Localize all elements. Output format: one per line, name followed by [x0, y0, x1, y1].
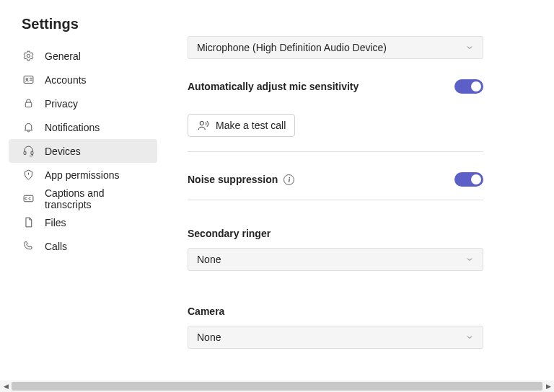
settings-nav: General Accounts Privacy: [9, 44, 157, 258]
camera-dropdown[interactable]: None: [188, 326, 483, 349]
sidebar-item-accounts[interactable]: Accounts: [9, 68, 157, 92]
auto-mic-sensitivity-row: Automatically adjust mic sensitivity: [188, 79, 483, 94]
scroll-left-arrow[interactable]: ◀: [0, 380, 12, 392]
settings-sidebar: Settings General Accounts: [0, 0, 166, 392]
file-icon: [22, 216, 35, 229]
scroll-right-arrow[interactable]: ▶: [542, 380, 554, 392]
id-card-icon: [22, 74, 35, 86]
secondary-ringer-value: None: [197, 254, 221, 265]
svg-rect-3: [25, 102, 32, 107]
sidebar-item-privacy[interactable]: Privacy: [9, 92, 157, 115]
bell-icon: [22, 121, 35, 134]
sidebar-item-label: Devices: [45, 146, 81, 157]
phone-icon: [22, 240, 35, 253]
svg-point-2: [25, 78, 27, 80]
sidebar-item-label: Calls: [45, 241, 67, 252]
headset-icon: [22, 145, 35, 158]
camera-value: None: [197, 331, 221, 343]
noise-suppression-row: Noise suppression i: [188, 172, 483, 187]
svg-point-7: [200, 121, 203, 125]
svg-rect-5: [31, 151, 33, 154]
camera-label: Camera: [188, 306, 483, 317]
svg-rect-4: [24, 151, 26, 154]
secondary-ringer-dropdown[interactable]: None: [188, 248, 483, 271]
gear-icon: [22, 50, 35, 63]
chevron-down-icon: [465, 333, 474, 342]
sidebar-item-label: Captions and transcripts: [45, 187, 149, 210]
sidebar-item-label: Notifications: [45, 122, 100, 133]
page-title: Settings: [9, 16, 157, 44]
info-icon[interactable]: i: [283, 174, 294, 185]
settings-main: Microphone (High Definition Audio Device…: [166, 0, 554, 392]
auto-mic-sensitivity-label: Automatically adjust mic sensitivity: [188, 81, 359, 92]
sidebar-item-notifications[interactable]: Notifications: [9, 115, 157, 139]
noise-suppression-label: Noise suppression: [188, 174, 278, 185]
secondary-ringer-label: Secondary ringer: [188, 228, 483, 239]
horizontal-scrollbar[interactable]: ◀ ▶: [0, 380, 554, 392]
captions-icon: [22, 192, 35, 205]
sidebar-item-label: Accounts: [45, 74, 87, 86]
sidebar-item-label: Files: [45, 217, 66, 228]
make-test-call-label: Make a test call: [216, 120, 286, 131]
chevron-down-icon: [465, 255, 474, 264]
scrollbar-thumb[interactable]: [12, 382, 542, 391]
sidebar-item-captions[interactable]: Captions and transcripts: [9, 187, 157, 210]
noise-suppression-toggle[interactable]: [454, 172, 483, 187]
microphone-dropdown-value: Microphone (High Definition Audio Device…: [197, 42, 387, 53]
shield-icon: [22, 169, 35, 182]
svg-point-0: [27, 54, 30, 57]
person-call-icon: [197, 119, 210, 132]
microphone-dropdown[interactable]: Microphone (High Definition Audio Device…: [188, 36, 483, 59]
sidebar-item-label: Privacy: [45, 98, 78, 110]
chevron-down-icon: [465, 43, 474, 52]
sidebar-item-files[interactable]: Files: [9, 210, 157, 234]
lock-icon: [22, 97, 35, 110]
make-test-call-button[interactable]: Make a test call: [188, 114, 295, 137]
auto-mic-sensitivity-toggle[interactable]: [454, 79, 483, 94]
sidebar-item-general[interactable]: General: [9, 44, 157, 68]
sidebar-item-app-permissions[interactable]: App permissions: [9, 163, 157, 187]
sidebar-item-label: General: [45, 50, 81, 62]
sidebar-item-label: App permissions: [45, 169, 120, 181]
scrollbar-track[interactable]: [12, 380, 542, 392]
svg-rect-1: [24, 76, 33, 84]
sidebar-item-calls[interactable]: Calls: [9, 234, 157, 258]
sidebar-item-devices[interactable]: Devices: [9, 139, 157, 163]
